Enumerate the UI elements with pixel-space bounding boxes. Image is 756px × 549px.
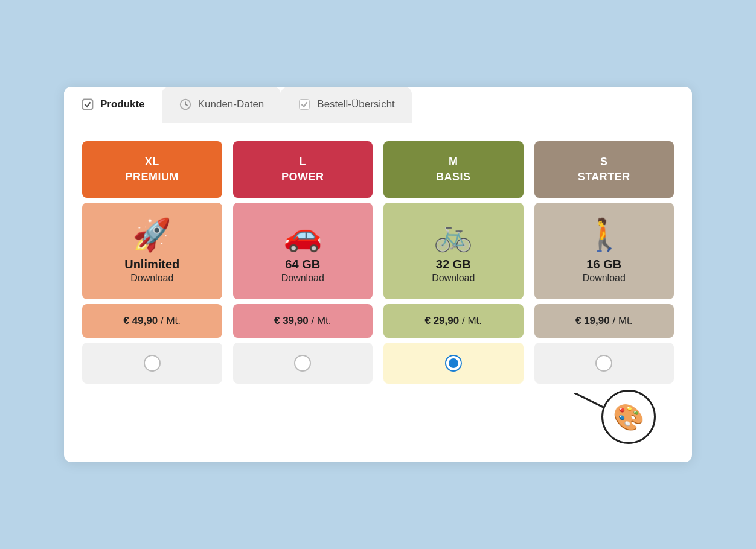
palette-wrapper: 🎨 (601, 390, 656, 444)
walker-icon: 🚶 (585, 219, 624, 250)
plan-s-price: € 19,90 / Mt. (534, 304, 674, 338)
plan-xl-feature: 🚀 Unlimited Download (82, 203, 222, 299)
plan-m-feature-text: 32 GB Download (432, 258, 475, 284)
plan-s-size: S (600, 156, 608, 168)
rocket-icon: 🚀 (132, 219, 171, 250)
plan-xl-size: XL (145, 156, 159, 168)
plan-xl: XL PREMIUM 🚀 Unlimited Download € 49,90 … (82, 141, 222, 384)
plan-s-name: STARTER (578, 171, 630, 183)
plan-s-feature-text: 16 GB Download (583, 258, 626, 284)
plan-s-price-amount: € 19,90 (575, 315, 610, 326)
clock-icon (179, 98, 192, 111)
plan-l-price: € 39,90 / Mt. (233, 304, 373, 338)
plan-xl-select[interactable] (82, 343, 222, 384)
plan-m-price-amount: € 29,90 (424, 315, 459, 326)
plan-m-amount: 32 GB (432, 258, 475, 271)
plan-s-radio[interactable] (595, 355, 612, 372)
main-container: Produkte Kunden-Daten Bestell-Übersicht … (64, 87, 692, 462)
plan-m-price: € 29,90 / Mt. (383, 304, 524, 338)
plan-xl-radio[interactable] (144, 355, 161, 372)
plan-l-period: / Mt. (311, 315, 331, 326)
plan-l-feature-text: 64 GB Download (281, 258, 324, 284)
plan-l-amount: 64 GB (281, 258, 324, 271)
plan-m-select[interactable] (383, 343, 524, 384)
plan-xl-period: / Mt. (161, 315, 181, 326)
plan-l-radio[interactable] (294, 355, 311, 372)
plan-m-unit: Download (432, 273, 475, 284)
plan-xl-name: PREMIUM (126, 171, 179, 183)
svg-rect-0 (83, 100, 93, 110)
plan-xl-price: € 49,90 / Mt. (82, 304, 222, 338)
plan-m: M BASIS 🚲 32 GB Download € 29,90 / Mt. (383, 141, 524, 384)
plan-s-feature: 🚶 16 GB Download (534, 203, 674, 299)
plan-l-name: POWER (281, 171, 324, 183)
tab-bar: Produkte Kunden-Daten Bestell-Übersicht (64, 87, 692, 123)
plan-s-header: S STARTER (534, 141, 674, 198)
plan-m-feature: 🚲 32 GB Download (383, 203, 524, 299)
plan-s-select[interactable] (534, 343, 674, 384)
plan-m-period: / Mt. (462, 315, 482, 326)
tab-produkte-label: Produkte (100, 98, 145, 110)
tab-bestell-label: Bestell-Übersicht (317, 98, 395, 110)
check-icon (81, 98, 94, 111)
plan-m-radio[interactable] (445, 355, 462, 372)
tab-kunden-label: Kunden-Daten (198, 98, 264, 110)
palette-icon: 🎨 (613, 402, 644, 432)
plan-l: L POWER 🚗 64 GB Download € 39,90 / Mt. (233, 141, 373, 384)
plan-xl-unit: Download (124, 273, 179, 284)
check2-icon (298, 98, 311, 111)
plan-m-size: M (449, 156, 458, 168)
palette-button[interactable]: 🎨 (601, 390, 656, 444)
plan-l-feature: 🚗 64 GB Download (233, 203, 373, 299)
tab-kunden[interactable]: Kunden-Daten (162, 87, 281, 123)
tab-produkte[interactable]: Produkte (64, 87, 162, 123)
car-icon: 🚗 (283, 219, 322, 250)
palette-area: 🎨 (64, 384, 692, 444)
plan-s: S STARTER 🚶 16 GB Download € 19,90 / Mt. (534, 141, 674, 384)
plan-s-unit: Download (583, 273, 626, 284)
plan-s-period: / Mt. (612, 315, 632, 326)
tab-bestell[interactable]: Bestell-Übersicht (281, 87, 412, 123)
plan-m-header: M BASIS (383, 141, 524, 198)
plan-xl-feature-text: Unlimited Download (124, 258, 179, 284)
plan-m-radio-fill (449, 358, 458, 368)
plan-l-size: L (300, 156, 307, 168)
plan-s-amount: 16 GB (583, 258, 626, 271)
plan-xl-amount: Unlimited (124, 258, 179, 271)
plan-xl-header: XL PREMIUM (82, 141, 222, 198)
plan-l-price-amount: € 39,90 (274, 315, 309, 326)
plan-l-header: L POWER (233, 141, 373, 198)
plan-l-select[interactable] (233, 343, 373, 384)
svg-line-3 (185, 104, 188, 106)
bicycle-icon: 🚲 (434, 219, 473, 250)
products-grid: XL PREMIUM 🚀 Unlimited Download € 49,90 … (64, 141, 692, 384)
plan-l-unit: Download (281, 273, 324, 284)
svg-rect-4 (300, 100, 310, 110)
plan-xl-price-amount: € 49,90 (123, 315, 158, 326)
plan-m-name: BASIS (436, 171, 471, 183)
